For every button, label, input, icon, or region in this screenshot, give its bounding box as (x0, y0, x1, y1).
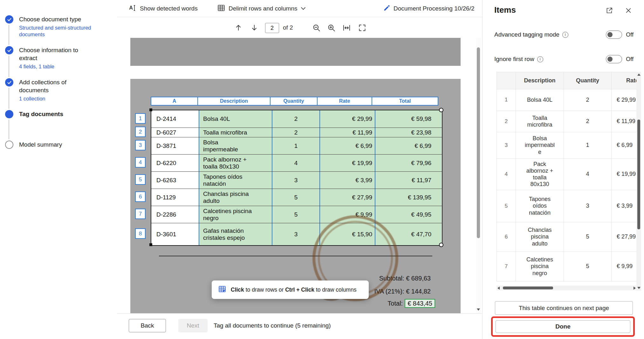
cell-total[interactable]: € 23,98 (375, 128, 442, 137)
items-horizontal-scrollbar[interactable] (497, 286, 637, 290)
table-row[interactable]: D-2414Bolsa 40L2€ 29,99€ 59,98 (151, 110, 442, 128)
step-sublabel[interactable]: 4 fields, 1 table (19, 63, 95, 70)
row-number-6[interactable]: 6 (135, 191, 146, 202)
cell-description[interactable]: Gafas natación cristales espejo (199, 223, 272, 245)
cell-quantity[interactable]: 1 (272, 137, 319, 154)
done-button[interactable]: Done (496, 320, 630, 333)
cell-rate[interactable]: € 27,99 (319, 189, 375, 206)
table-row[interactable]: D-1129Chanclas piscina adulto5€ 27,99€ 1… (151, 189, 442, 206)
info-icon[interactable]: i (562, 32, 568, 38)
column-header-total[interactable]: Total (372, 97, 438, 106)
row-number-8[interactable]: 8 (135, 228, 146, 239)
fit-width-button[interactable] (342, 23, 351, 32)
table-row[interactable]: D-6220Pack albornoz + toalla 80x1304€ 19… (151, 154, 442, 171)
step-sublabel[interactable]: Structured and semi-structured documents (19, 24, 95, 38)
column-header-rate[interactable]: Rate (317, 97, 372, 106)
delimit-rows-columns-button[interactable]: Delimit rows and columns (217, 0, 305, 17)
cell-id[interactable]: D-1129 (151, 189, 199, 206)
row-number-1[interactable]: 1 (135, 113, 146, 124)
cell-id[interactable]: D-2286 (151, 206, 199, 223)
row-number-4[interactable]: 4 (135, 157, 146, 168)
items-hscroll-thumb[interactable] (503, 287, 553, 289)
column-header-description[interactable]: Description (197, 97, 271, 106)
info-icon[interactable]: i (537, 56, 543, 62)
cell-description[interactable]: Tapones oídos natación (199, 172, 272, 189)
cell-description[interactable]: Pack albornoz + toalla 80x130 (199, 155, 272, 171)
cell-id[interactable]: D-6027 (151, 128, 199, 137)
document-page[interactable]: A Description Quantity Rate Total 1 2 3 … (130, 79, 461, 313)
row-number-5[interactable]: 5 (135, 174, 146, 185)
cell-total[interactable]: € 49,95 (375, 206, 442, 223)
cell-quantity[interactable]: 5 (272, 189, 319, 206)
step-model-summary[interactable]: Model summary (5, 141, 95, 149)
scroll-down-arrow-icon[interactable] (477, 308, 480, 311)
scroll-up-arrow-icon[interactable] (637, 73, 641, 76)
cell-id[interactable]: D-3601 (151, 223, 199, 245)
table-row[interactable]: D-3871Bolsa impermeable1€ 6,99€ 6,99 (151, 137, 442, 154)
table-row[interactable]: D-2286Calcetines piscina negro5€ 9,99€ 4… (151, 206, 442, 223)
page-number-input[interactable] (265, 23, 279, 33)
cell-id[interactable]: D-3871 (151, 137, 199, 154)
table-continues-button[interactable]: This table continues on next page (495, 301, 633, 315)
advanced-tagging-toggle[interactable] (606, 31, 622, 39)
fit-screen-button[interactable] (357, 23, 367, 32)
column-header-quantity[interactable]: Quantity (270, 97, 318, 106)
step-tag-documents[interactable]: Tag documents (5, 110, 95, 118)
cell-quantity[interactable]: 2 (272, 128, 319, 137)
cell-rate[interactable]: € 9,99 (319, 206, 375, 223)
cell-total[interactable]: € 47,70 (375, 223, 442, 245)
column-header-a[interactable]: A (151, 97, 198, 106)
selection-handle-bottom-left[interactable] (149, 243, 152, 246)
cell-quantity[interactable]: 5 (272, 206, 319, 223)
cell-total[interactable]: € 6,99 (375, 137, 442, 154)
cell-description[interactable]: Toalla microfibra (199, 128, 272, 137)
step-sublabel[interactable]: 1 collection (19, 95, 95, 102)
popout-icon[interactable] (605, 6, 613, 15)
selection-handle-top-right[interactable] (439, 108, 443, 112)
table-row[interactable]: D-3601Gafas natación cristales espejo3€ … (151, 223, 442, 245)
cell-description[interactable]: Chanclas piscina adulto (199, 189, 272, 206)
row-number-3[interactable]: 3 (135, 140, 146, 150)
cell-rate[interactable]: € 29,99 (319, 110, 375, 128)
page-up-button[interactable] (234, 23, 243, 32)
cell-id[interactable]: D-2414 (151, 110, 199, 128)
cell-total[interactable]: € 11,97 (375, 172, 442, 189)
cell-description[interactable]: Calcetines piscina negro (199, 206, 272, 223)
table-row[interactable]: D-6027Toalla microfibra2€ 11,99€ 23,98 (151, 128, 442, 137)
step-add-collections[interactable]: Add collections of documents1 collection (5, 78, 95, 102)
next-button[interactable]: Next (178, 319, 208, 332)
cell-rate[interactable]: € 11,99 (319, 128, 375, 137)
items-vertical-scrollbar[interactable] (636, 72, 641, 291)
step-choose-information[interactable]: Choose information to extract4 fields, 1… (5, 46, 95, 70)
show-detected-words-button[interactable]: A Show detected words (128, 0, 198, 17)
cell-rate[interactable]: € 19,99 (319, 155, 375, 171)
viewer-scrollbar[interactable] (476, 38, 481, 313)
row-number-2[interactable]: 2 (135, 127, 146, 137)
cell-total[interactable]: € 59,98 (375, 110, 442, 128)
cell-total[interactable]: € 79,96 (375, 155, 442, 171)
cell-quantity[interactable]: 2 (272, 110, 319, 128)
selection-handle-top-left[interactable] (149, 108, 152, 111)
page-down-button[interactable] (250, 23, 259, 32)
cell-id[interactable]: D-6263 (151, 172, 199, 189)
cell-quantity[interactable]: 4 (272, 155, 319, 171)
tagged-table-selection[interactable]: D-2414Bolsa 40L2€ 29,99€ 59,98 D-6027Toa… (151, 110, 442, 246)
selection-handle-bottom-right[interactable] (439, 243, 443, 247)
document-title-button[interactable]: Document Processing 10/26/2 (383, 0, 481, 17)
table-row[interactable]: D-6263Tapones oídos natación3€ 3,99€ 11,… (151, 171, 442, 189)
back-button[interactable]: Back (129, 319, 166, 332)
cell-description[interactable]: Bolsa impermeable (199, 137, 272, 154)
cell-quantity[interactable]: 3 (272, 223, 319, 245)
ignore-first-row-toggle[interactable] (606, 55, 622, 63)
cell-id[interactable]: D-6220 (151, 155, 199, 171)
close-icon[interactable] (624, 6, 633, 15)
cell-quantity[interactable]: 3 (272, 172, 319, 189)
row-number-7[interactable]: 7 (135, 209, 146, 219)
total-value-tagged[interactable]: € 843,45 (405, 299, 435, 308)
cell-rate[interactable]: € 15,90 (319, 223, 375, 245)
items-vscroll-thumb[interactable] (637, 120, 640, 229)
viewer-scrollbar-thumb[interactable] (477, 47, 480, 238)
cell-description[interactable]: Bolsa 40L (199, 110, 272, 128)
cell-total[interactable]: € 139,95 (375, 189, 442, 206)
zoom-out-button[interactable] (312, 23, 321, 32)
